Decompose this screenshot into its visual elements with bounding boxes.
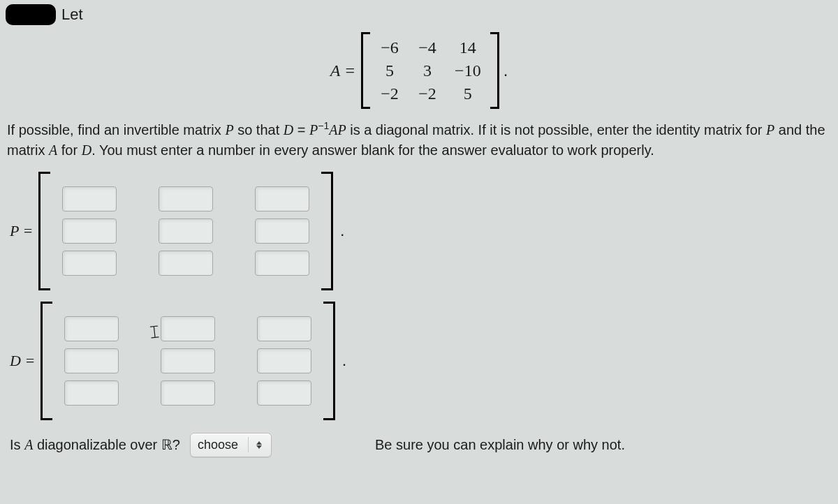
- updown-arrows-icon: [248, 437, 265, 452]
- prompt-var-d: D: [284, 122, 293, 138]
- p-input-0-0[interactable]: [62, 186, 117, 212]
- select-value: choose: [196, 436, 240, 454]
- p-input-1-0[interactable]: [62, 218, 117, 244]
- prompt-var-p: P: [225, 122, 233, 138]
- question-text: Is A diagonalizable over ℝ?: [10, 436, 180, 453]
- matrix-a-grid: −6 −4 14 5 3 −10 −2 −2 5: [368, 34, 492, 108]
- p-input-1-2[interactable]: [255, 218, 309, 244]
- prompt-text: is a diagonal matrix. If it is not possi…: [346, 122, 766, 138]
- p-label: P =: [10, 222, 33, 240]
- matrix-a-brackets: −6 −4 14 5 3 −10 −2 −2 5: [361, 32, 499, 109]
- d-period: .: [342, 352, 346, 370]
- d-input-2-2[interactable]: [257, 380, 311, 406]
- a-0-1: −4: [417, 38, 438, 57]
- q-text: ?: [172, 437, 180, 452]
- p-input-0-2[interactable]: [255, 186, 309, 212]
- prompt-var-a: A: [49, 142, 57, 158]
- diagonalizable-question-row: Is A diagonalizable over ℝ? choose Be su…: [10, 433, 832, 457]
- matrix-a-display: A = −6 −4 14 5 3 −10 −2 −2 5 .: [6, 32, 832, 109]
- prompt-sup: −1: [318, 120, 329, 131]
- bracket-right-icon: [492, 32, 499, 109]
- bracket-left-icon: [361, 32, 368, 109]
- d-input-1-0[interactable]: [64, 348, 119, 373]
- diagonalizable-select[interactable]: choose: [190, 433, 272, 457]
- let-row: Let: [6, 4, 832, 25]
- prompt-text: . You must enter a number in every answe…: [91, 142, 654, 158]
- q-text: Is: [10, 437, 24, 452]
- a-1-1: 3: [417, 61, 438, 80]
- bracket-right-icon: [325, 302, 335, 420]
- d-input-2-0[interactable]: [64, 380, 119, 406]
- let-label: Let: [61, 6, 83, 24]
- d-input-2-1[interactable]: [161, 380, 215, 406]
- matrix-period: .: [503, 61, 508, 80]
- d-input-1-1[interactable]: [161, 348, 215, 373]
- d-label: D =: [10, 352, 35, 370]
- d-input-0-1[interactable]: [161, 316, 215, 341]
- prompt-var-ap: AP: [329, 122, 346, 138]
- problem-prompt: If possible, find an invertible matrix P…: [7, 119, 831, 161]
- a-1-2: −10: [455, 61, 481, 80]
- d-input-0-0[interactable]: [64, 316, 119, 341]
- d-matrix-input: [41, 302, 335, 420]
- a-2-2: 5: [455, 84, 481, 103]
- a-1-0: 5: [379, 61, 400, 80]
- a-2-0: −2: [379, 84, 400, 103]
- prompt-text: for: [57, 142, 81, 158]
- d-matrix-row: D = .: [10, 302, 832, 420]
- tail-text: Be sure you can explain why or why not.: [375, 437, 625, 453]
- d-input-0-2[interactable]: [257, 316, 311, 341]
- p-matrix-input: [38, 172, 333, 290]
- a-2-1: −2: [417, 84, 438, 103]
- prompt-text: If possible, find an invertible matrix: [7, 122, 225, 138]
- p-period: .: [340, 222, 344, 240]
- q-var-a: A: [24, 437, 33, 452]
- q-text: diagonalizable over: [33, 437, 161, 452]
- p-input-0-1[interactable]: [159, 186, 213, 212]
- p-input-2-2[interactable]: [255, 251, 309, 276]
- prompt-var-p: P: [766, 122, 774, 138]
- prompt-text: so that: [234, 122, 284, 138]
- prompt-var-p: P: [309, 122, 318, 138]
- prompt-var-d: D: [82, 142, 91, 158]
- p-matrix-row: P = .: [10, 172, 832, 290]
- d-input-1-2[interactable]: [257, 348, 311, 373]
- q-real-symbol: ℝ: [161, 437, 172, 452]
- redacted-block: [6, 4, 56, 25]
- bracket-left-icon: [38, 172, 48, 290]
- p-input-2-1[interactable]: [159, 251, 213, 276]
- bracket-right-icon: [323, 172, 333, 290]
- prompt-text: =: [293, 122, 309, 138]
- p-input-1-1[interactable]: [159, 218, 213, 244]
- bracket-left-icon: [41, 302, 50, 420]
- a-0-0: −6: [379, 38, 400, 57]
- matrix-a-label: A =: [330, 61, 355, 80]
- a-0-2: 14: [455, 38, 481, 57]
- p-input-2-0[interactable]: [62, 251, 117, 276]
